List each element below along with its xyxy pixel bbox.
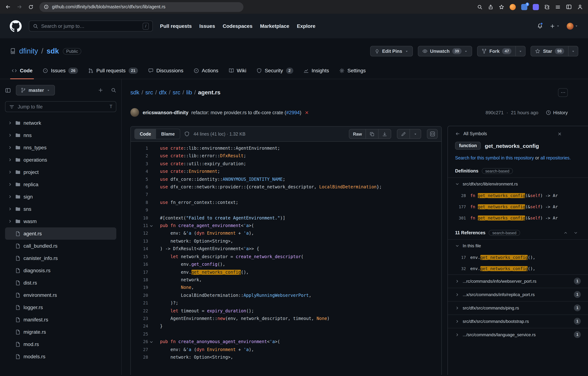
global-search[interactable]: / [29,21,153,32]
reference-file-row[interactable]: ...x/src/commands/info/replica_port.rs1 [448,288,588,301]
line-number[interactable]: 9 [131,207,148,214]
tree-folder-sign[interactable]: sign [5,190,116,203]
jump-to-file-input[interactable] [18,104,106,109]
tab-code[interactable]: Code [7,62,38,79]
reading-list-icon[interactable] [555,4,561,10]
next-reference-icon[interactable] [574,231,578,235]
fold-toggle-icon[interactable] [148,338,154,346]
raw-button[interactable]: Raw [349,129,366,139]
bookmark-star-icon[interactable] [499,4,504,10]
check-failed-icon[interactable] [305,110,309,115]
breadcrumb-link-lib[interactable]: lib [186,89,192,96]
edit-dropdown[interactable] [410,129,421,139]
definition-row[interactable]: 28fn get_networks_config(&self) -> Ar [448,190,588,201]
more-options-button[interactable] [558,88,568,97]
global-search-input[interactable] [41,23,140,29]
tree-folder-nns-types[interactable]: nns_types [5,141,116,154]
forward-icon[interactable] [17,4,22,10]
tree-folder-operations[interactable]: operations [5,154,116,166]
github-logo-icon[interactable] [10,20,22,32]
line-number[interactable]: 12 [131,230,148,238]
copy-button[interactable] [366,129,378,139]
line-number[interactable]: 6 [131,183,148,191]
profile-icon[interactable] [577,4,583,10]
extension-shield-icon[interactable] [533,4,539,10]
symbols-panel-button[interactable] [427,129,438,139]
line-number[interactable]: 19 [131,284,148,292]
line-number[interactable]: 15 [131,253,148,261]
close-panel-icon[interactable] [557,132,562,136]
nav-explore[interactable]: Explore [297,23,315,29]
tree-folder-wasm[interactable]: wasm [5,215,116,227]
fork-button[interactable]: Fork 47 [477,46,516,56]
share-icon[interactable] [488,4,493,10]
tree-file-canister-info-rs[interactable]: canister_info.rs [5,252,116,264]
line-number[interactable]: 16 [131,261,148,268]
tree-file-migrate-rs[interactable]: migrate.rs [5,326,116,338]
tab-pull-requests[interactable]: Pull requests21 [83,62,143,79]
new-file-icon[interactable] [98,88,103,93]
collapse-sidebar-icon[interactable] [5,87,11,93]
line-number[interactable]: 3 [131,160,148,168]
pr-link[interactable]: #2994 [286,110,300,115]
commit-author-avatar[interactable] [130,108,139,117]
definitions-file-group[interactable]: src/dfx/src/lib/environment.rs [448,178,588,190]
nav-marketplace[interactable]: Marketplace [260,23,289,29]
line-number[interactable]: 7 [131,191,148,199]
line-number[interactable]: 8 [131,199,148,207]
reference-file-row[interactable]: ...rc/commands/info/webserver_port.rs1 [448,274,588,288]
reference-row[interactable]: 17env.get_networks_config(), [448,252,588,263]
line-number[interactable]: 10 [131,214,148,222]
unwatch-button[interactable]: Unwatch 39 [418,46,472,56]
code-view-tab[interactable]: Code [135,129,156,139]
tab-insights[interactable]: Insights [298,62,334,79]
all-symbols-label[interactable]: All Symbols [463,131,487,136]
commit-message[interactable]: refactor: move provider.rs to dfx-core c… [191,110,301,115]
tree-folder-project[interactable]: project [5,166,116,178]
tab-issues[interactable]: Issues26 [38,62,83,79]
commit-sha[interactable]: 890c271 [486,110,504,115]
back-icon[interactable] [5,4,11,10]
download-button[interactable] [378,129,391,139]
tab-security[interactable]: Security2 [251,62,298,79]
line-number[interactable]: 14 [131,245,148,253]
star-dropdown[interactable] [568,46,578,56]
definition-row[interactable]: 177fn get_networks_config(&self) -> Ar [448,201,588,212]
site-info-icon[interactable] [44,4,49,9]
tree-file-diagnosis-rs[interactable]: diagnosis.rs [5,264,116,276]
tree-file-dist-rs[interactable]: dist.rs [5,276,116,289]
edit-pins-button[interactable]: Edit Pins [370,46,413,56]
tree-folder-nns[interactable]: nns [5,129,116,141]
breadcrumb-link-sdk[interactable]: sdk [130,89,139,96]
search-all-link[interactable]: all repositories. [540,155,571,161]
line-number[interactable]: 24 [131,323,148,331]
tree-file-manifest-rs[interactable]: manifest.rs [5,313,116,326]
line-number[interactable]: 27 [131,346,148,354]
search-repo-link[interactable]: Search for this symbol in this repositor… [455,155,534,161]
line-number[interactable]: 25 [131,331,148,338]
extension-blue-icon[interactable]: 1 [521,4,527,10]
repo-owner-link[interactable]: dfinity [19,47,38,55]
line-number[interactable]: 22 [131,307,148,315]
line-number[interactable]: 20 [131,292,148,299]
line-number[interactable]: 13 [131,238,148,245]
in-this-file-group[interactable]: In this file [448,240,588,252]
repo-name-link[interactable]: sdk [47,47,59,55]
history-button[interactable]: History [546,110,568,115]
line-number[interactable]: 26 [131,338,148,346]
reference-file-row[interactable]: src/dfx/src/commands/bootstrap.rs1 [448,314,588,328]
tab-wiki[interactable]: Wiki [223,62,251,79]
tab-discussions[interactable]: Discussions [143,62,188,79]
tree-file-models-rs[interactable]: models.rs [5,350,116,363]
reference-row[interactable]: 32env.get_networks_config(), [448,263,588,274]
tab-settings[interactable]: Settings [334,62,371,79]
breadcrumb-link-src[interactable]: src [173,89,180,96]
nav-codespaces[interactable]: Codespaces [223,23,252,29]
line-number[interactable]: 4 [131,168,148,176]
refresh-icon[interactable] [28,4,34,10]
create-new-button[interactable] [550,23,560,29]
line-number[interactable]: 17 [131,268,148,276]
line-number[interactable]: 2 [131,152,148,160]
branch-selector[interactable]: master [16,85,55,95]
puzzle-icon[interactable] [544,4,550,10]
